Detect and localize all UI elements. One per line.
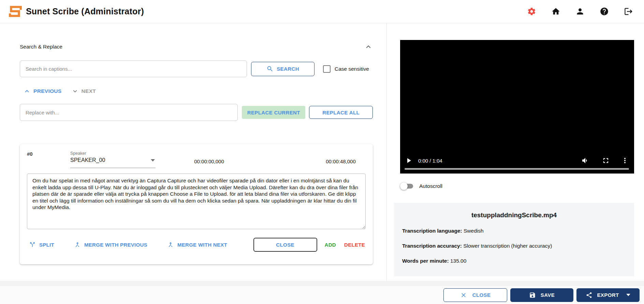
speaker-select[interactable]: Speaker SPEAKER_00 xyxy=(70,151,156,168)
transcription-language-line: Transcription language: Swedish xyxy=(402,228,626,234)
search-button[interactable]: SEARCH xyxy=(251,62,314,76)
header-icon-bar xyxy=(527,7,633,16)
footer-close-label: CLOSE xyxy=(472,292,491,298)
next-match-button[interactable]: NEXT xyxy=(71,87,96,95)
speaker-value: SPEAKER_00 xyxy=(70,157,105,163)
video-progress-bar[interactable] xyxy=(405,168,629,170)
words-per-minute-line: Words per minute: 135.00 xyxy=(402,258,626,264)
video-controls: 0:00 / 1:04 xyxy=(405,156,629,165)
transcription-accuracy-label: Transcription accuracy: xyxy=(402,243,462,249)
fullscreen-icon[interactable] xyxy=(602,156,610,165)
save-button[interactable]: SAVE xyxy=(510,288,573,302)
merge-previous-label: MERGE WITH PREVIOUS xyxy=(84,242,147,248)
merge-with-previous-button[interactable]: MERGE WITH PREVIOUS xyxy=(74,241,147,248)
merge-next-label: MERGE WITH NEXT xyxy=(177,242,227,248)
words-per-minute-value: 135.00 xyxy=(450,258,466,264)
search-button-label: SEARCH xyxy=(277,66,299,72)
split-label: SPLIT xyxy=(39,242,54,248)
caption-meta-row: #0 Speaker SPEAKER_00 00:00:00,000 00:00… xyxy=(27,150,366,168)
transcription-language-value: Swedish xyxy=(464,228,484,234)
replace-all-button[interactable]: REPLACE ALL xyxy=(309,106,373,119)
volume-icon[interactable] xyxy=(581,156,589,165)
search-row: SEARCH Case sensitive xyxy=(20,60,373,77)
caption-card: #0 Speaker SPEAKER_00 00:00:00,000 00:00… xyxy=(20,144,373,264)
footer-close-button[interactable]: CLOSE xyxy=(443,288,507,302)
share-export-icon xyxy=(586,292,592,299)
caption-actions-row: SPLIT MERGE WITH PREVIOUS MERGE WITH NEX… xyxy=(27,237,366,252)
caption-index: #0 xyxy=(27,151,35,157)
words-per-minute-label: Words per minute: xyxy=(402,258,449,264)
case-sensitive-checkbox[interactable] xyxy=(323,65,331,73)
home-icon[interactable] xyxy=(551,7,560,16)
delete-caption-button[interactable]: DELETE xyxy=(344,242,365,248)
person-icon[interactable] xyxy=(575,7,585,16)
video-player[interactable]: 0:00 / 1:04 xyxy=(400,40,634,174)
caption-text-input[interactable]: Om du har spelat in med något annat verk… xyxy=(27,174,366,229)
transcription-language-label: Transcription language: xyxy=(402,228,462,234)
footer-action-bar: CLOSE SAVE EXPORT xyxy=(0,286,644,304)
editor-panel: Search & Replace SEARCH Case sensitive xyxy=(0,23,387,281)
autoscroll-label: Autoscroll xyxy=(419,183,442,189)
merge-with-next-button[interactable]: MERGE WITH NEXT xyxy=(167,241,227,248)
search-input[interactable] xyxy=(20,60,247,77)
export-button[interactable]: EXPORT xyxy=(576,288,640,302)
replace-row: REPLACE CURRENT REPLACE ALL xyxy=(20,104,373,121)
merge-icon xyxy=(167,241,174,248)
split-icon xyxy=(29,241,36,248)
help-icon[interactable] xyxy=(600,7,609,16)
close-x-icon xyxy=(460,292,467,299)
caption-end-time: 00:00:48,000 xyxy=(322,158,360,164)
media-filename: testuppladdningScribe.mp4 xyxy=(402,211,626,219)
transcription-accuracy-value: Slower transcription (higher accuracy) xyxy=(463,243,552,249)
footer-divider-band xyxy=(0,281,644,286)
search-replace-header: Search & Replace xyxy=(20,42,373,51)
autoscroll-toggle[interactable] xyxy=(400,182,414,190)
save-floppy-icon xyxy=(529,292,536,299)
case-sensitive-option[interactable]: Case sensitive xyxy=(323,65,369,73)
collapse-chevron-up-icon[interactable] xyxy=(364,42,373,51)
sunet-scribe-logo-icon xyxy=(8,4,23,19)
main-area: Search & Replace SEARCH Case sensitive xyxy=(0,23,644,281)
replace-current-button[interactable]: REPLACE CURRENT xyxy=(242,106,305,119)
export-dropdown-caret-icon xyxy=(626,294,630,296)
app-title: Sunet Scribe (Administrator) xyxy=(26,6,144,16)
previous-label: PREVIOUS xyxy=(33,88,62,94)
export-label: EXPORT xyxy=(597,292,619,298)
play-icon[interactable] xyxy=(405,156,413,165)
app-header: Sunet Scribe (Administrator) xyxy=(0,0,644,23)
split-button[interactable]: SPLIT xyxy=(29,241,54,248)
logout-icon[interactable] xyxy=(624,7,633,16)
transcription-accuracy-line: Transcription accuracy: Slower transcrip… xyxy=(402,243,626,249)
case-sensitive-label: Case sensitive xyxy=(335,66,369,72)
more-options-icon[interactable] xyxy=(621,156,629,165)
chevron-down-icon xyxy=(71,87,79,95)
add-caption-button[interactable]: ADD xyxy=(325,242,336,248)
replace-input[interactable] xyxy=(20,104,238,121)
merge-icon xyxy=(74,241,81,248)
autoscroll-row: Autoscroll xyxy=(400,182,644,190)
media-info-panel: testuppladdningScribe.mp4 Transcription … xyxy=(394,203,634,276)
chevron-up-icon xyxy=(23,87,31,95)
caption-start-time: 00:00:00,000 xyxy=(190,158,228,164)
dropdown-caret-icon xyxy=(151,159,155,162)
media-panel-column: 0:00 / 1:04 Autoscroll t xyxy=(387,23,644,281)
caption-close-button[interactable]: CLOSE xyxy=(253,238,317,252)
speaker-field-label: Speaker xyxy=(70,151,156,156)
save-label: SAVE xyxy=(541,292,555,298)
previous-match-button[interactable]: PREVIOUS xyxy=(23,87,62,95)
search-navigation-row: PREVIOUS NEXT xyxy=(23,87,373,95)
next-label: NEXT xyxy=(82,88,96,94)
search-icon xyxy=(266,65,274,72)
video-time-display: 0:00 / 1:04 xyxy=(418,158,442,164)
settings-icon[interactable] xyxy=(527,7,536,16)
search-replace-title: Search & Replace xyxy=(20,44,62,50)
